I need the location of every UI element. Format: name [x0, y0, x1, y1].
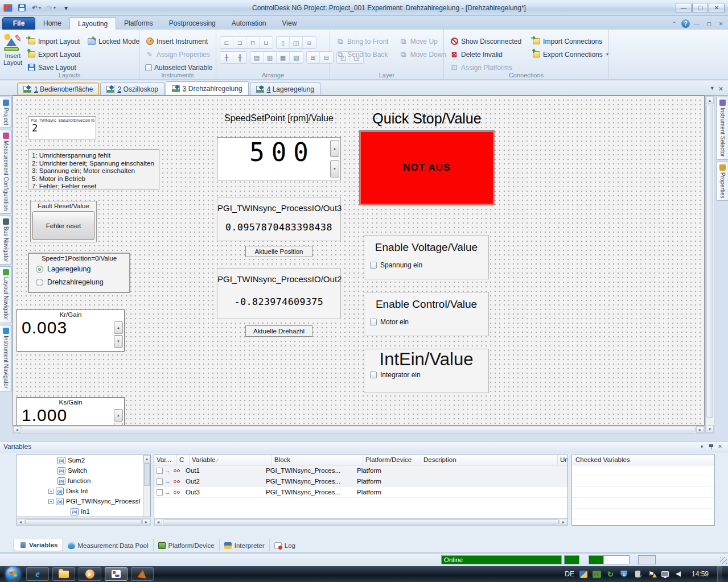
radio-lageregelung[interactable]: Lageregelung [29, 265, 129, 273]
sidebar-tab-bus-navigator[interactable]: Bus Navigator [0, 216, 12, 265]
collapse-icon[interactable]: − [48, 499, 54, 504]
tab-automation[interactable]: Automation [224, 17, 274, 30]
mdi-minimize-icon[interactable]: — [692, 19, 702, 28]
table-row-out3[interactable]: → Out3 PGI_TWINsync_Proces... Platform [154, 487, 567, 498]
speed-setpoint-instrument[interactable]: SpeedSetPoint [rpm]/Value 500 ▲ ▼ [217, 113, 341, 181]
close-layout-icon[interactable]: ✕ [718, 85, 723, 93]
tray-he-icon[interactable]: HE [593, 571, 601, 578]
integrator-ein-checkbox[interactable]: Integrator ein [364, 371, 488, 379]
spin-up-icon[interactable]: ▲ [330, 140, 339, 157]
column-var[interactable]: Var... [154, 455, 177, 465]
export-connections-button[interactable]: Export Connections▾ [529, 48, 611, 60]
center-horizontal-button[interactable]: ◫ [290, 37, 303, 48]
tab-home[interactable]: Home [35, 17, 69, 30]
taskbar-controldesk[interactable] [105, 567, 127, 581]
tree-item-sum2[interactable]: {a}Sum2 [17, 455, 150, 465]
import-connections-button[interactable]: Import Connections [529, 35, 611, 47]
table-row-out1[interactable]: → Out1 PGI_TWINsync_Proces... Platform [154, 465, 567, 476]
layout-tab-oszilloskop[interactable]: 2 Oszilloskop [100, 82, 164, 95]
taskbar-windows-explorer[interactable] [52, 567, 75, 581]
scroll-up-icon[interactable]: ▲ [706, 96, 714, 104]
row-checkbox[interactable] [157, 478, 163, 485]
app-icon[interactable] [3, 4, 13, 12]
tool-tab-variables[interactable]: Variables [14, 539, 63, 551]
panel-pin-icon[interactable] [706, 443, 715, 451]
tray-network-icon[interactable] [661, 571, 669, 577]
tray-usb-icon[interactable] [635, 571, 640, 577]
radio-drehzahlregelung[interactable]: Drehzahlregelung [29, 278, 129, 286]
scroll-thumb[interactable] [22, 427, 696, 432]
layout-tab-bedienoberflaeche[interactable]: 1 Bedienoberfläche [17, 82, 99, 95]
spannung-ein-checkbox[interactable]: Spannung ein [364, 261, 488, 269]
canvas-horizontal-scrollbar[interactable]: ◄ ► [13, 426, 705, 434]
language-indicator[interactable]: DE [565, 570, 574, 578]
scroll-up-icon[interactable]: ▲ [143, 455, 150, 463]
table-horizontal-scrollbar[interactable]: ◄ ► [154, 518, 568, 526]
show-desktop-button[interactable] [717, 566, 722, 582]
panel-dropdown-icon[interactable]: ▾ [697, 443, 706, 451]
mdi-restore-icon[interactable]: ▢ [704, 19, 714, 28]
align-right-button[interactable]: ⊐ [233, 37, 246, 48]
same-height-button[interactable]: ▦ [277, 52, 290, 63]
sidebar-tab-layout-navigator[interactable]: Layout Navigator [0, 266, 12, 323]
mdi-close-icon[interactable]: ✕ [716, 19, 726, 28]
motor-ein-checkbox[interactable]: Motor ein [364, 318, 488, 326]
move-up-button[interactable]: ⧉Move Up [397, 35, 449, 47]
start-button[interactable] [3, 567, 23, 581]
tab-postprocessing[interactable]: Postprocessing [161, 17, 224, 30]
ks-gain-input[interactable]: Ks/Gain 1.000 ▲ ▼ [17, 397, 125, 426]
column-block[interactable]: Block [272, 455, 363, 465]
panel-close-icon[interactable]: ✕ [715, 443, 725, 451]
maximize-button[interactable]: ▢ [692, 3, 708, 13]
scroll-left-icon[interactable]: ◄ [17, 519, 24, 525]
kr-gain-input[interactable]: Kr/Gain 0.003 ▲ ▼ [17, 309, 125, 352]
column-platform-device[interactable]: Platform/Device [363, 455, 421, 465]
layout-tab-drehzahlregelung[interactable]: 3 Drehzahlregelung [166, 81, 249, 95]
fit-grid-button[interactable]: ▧ [290, 52, 303, 63]
spin-up-icon[interactable]: ▲ [114, 409, 123, 422]
sidebar-tab-project[interactable]: Project [0, 97, 12, 128]
collapse-ribbon-icon[interactable]: ⌃ [669, 19, 679, 28]
align-left-button[interactable]: ⊏ [220, 37, 233, 48]
size-to-widest-button[interactable]: ⊞ [307, 52, 320, 63]
fehler-reset-button[interactable]: Fehler reset [32, 211, 94, 240]
not-aus-button[interactable]: NOT AUS [359, 130, 495, 205]
undo-button[interactable]: ↶▾ [31, 3, 42, 13]
locked-mode-button[interactable]: Locked Mode [85, 35, 142, 47]
spin-up-icon[interactable]: ▲ [114, 321, 123, 334]
tree-horizontal-scrollbar[interactable]: ◄ ► [16, 518, 151, 526]
distribute-horizontal-button[interactable]: ╫ [233, 52, 246, 63]
same-width-button[interactable]: ▥ [264, 52, 277, 63]
column-unit[interactable]: Uni [558, 455, 567, 465]
customize-toolbar-button[interactable]: ▾ [60, 3, 72, 13]
scroll-right-icon[interactable]: ► [696, 426, 704, 433]
tab-view[interactable]: View [274, 17, 305, 30]
center-vertical-button[interactable]: ▯ [277, 37, 290, 48]
tool-tab-platform-device[interactable]: Platform/Device [154, 539, 220, 551]
scroll-left-icon[interactable]: ◄ [13, 426, 21, 433]
tree-item-in2[interactable]: {a}In2 [17, 517, 150, 517]
tray-python-icon[interactable] [579, 571, 587, 578]
spin-down-icon[interactable]: ▼ [330, 160, 339, 178]
canvas-vertical-scrollbar[interactable]: ▲ ▼ [705, 96, 714, 434]
drivecom-display[interactable]: PGI_TWINsync_StatusIO/DriveCom [0..5] 2 [28, 116, 96, 139]
column-description[interactable]: Description [421, 455, 558, 465]
align-top-button[interactable]: ⊓ [246, 37, 260, 48]
variables-table[interactable]: Var... C Variable∕ Block Platform/Device… [154, 455, 568, 526]
scroll-left-icon[interactable]: ◄ [154, 519, 162, 525]
layout-canvas[interactable]: PGI_TWINsync_StatusIO/DriveCom [0..5] 2 … [13, 96, 705, 426]
sidebar-tab-properties[interactable]: Properties [716, 162, 728, 201]
column-variable[interactable]: Variable∕ [190, 455, 272, 465]
tool-tab-interpreter[interactable]: Interpreter [220, 539, 270, 551]
align-bottom-button[interactable]: ⊔ [260, 37, 273, 48]
scroll-right-icon[interactable]: ► [560, 519, 567, 525]
column-c[interactable]: C [177, 455, 190, 465]
send-to-back-button[interactable]: ⧉Send to Back [334, 48, 391, 60]
scroll-thumb[interactable] [25, 519, 142, 525]
row-checkbox[interactable] [157, 489, 163, 496]
scroll-down-icon[interactable]: ▼ [706, 425, 714, 433]
tree-item-function[interactable]: {a}function [17, 476, 150, 486]
sidebar-tab-measurement-configuration[interactable]: Measurement Configuration [0, 130, 12, 213]
distribute-vertical-button[interactable]: ╂ [220, 52, 233, 63]
help-icon[interactable]: ? [681, 19, 690, 28]
